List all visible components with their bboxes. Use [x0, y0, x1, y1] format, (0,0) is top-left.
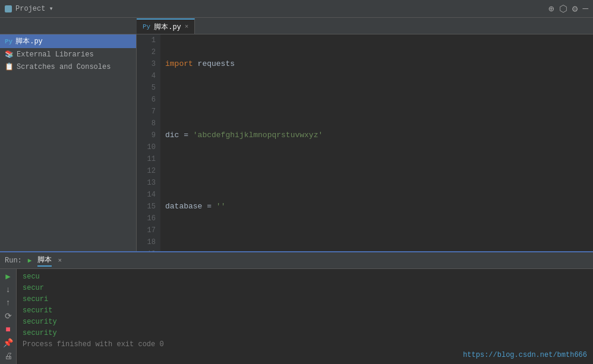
- line-numbers: 12345 678910 1112131415 16171819: [137, 34, 160, 251]
- scratches-icon: 📋: [5, 62, 14, 71]
- pin-button[interactable]: 📌: [2, 338, 14, 348]
- scroll-down-button[interactable]: ↓: [2, 285, 14, 295]
- sidebar-item-scratches-label: Scratches and Consoles: [17, 63, 111, 71]
- code-line-3: dic = 'abcdefghijklmnopqrstuvwxyz': [165, 129, 588, 141]
- bottom-panel: Run: ▶ 脚本 × ▶ ↓ ↑ ⟳ ■ 📌 🖨 ✕ secu secur s…: [0, 251, 593, 364]
- console-line-5: security: [23, 316, 587, 328]
- bottom-content: ▶ ↓ ↑ ⟳ ■ 📌 🖨 ✕ secu secur securi securi…: [0, 269, 593, 364]
- code-line-2: [165, 94, 588, 106]
- code-line-4: [165, 165, 588, 177]
- project-dropdown-icon[interactable]: ▾: [49, 4, 53, 13]
- bottom-tab-script[interactable]: 脚本: [37, 255, 52, 267]
- process-finished-line: Process finished with exit code 0: [23, 339, 587, 350]
- console-line-6: security: [23, 328, 587, 339]
- sidebar-item-libraries[interactable]: 📚 External Libraries: [0, 48, 136, 61]
- console-line-4: securit: [23, 305, 587, 316]
- console-output: secu secur securi securit security secur…: [17, 269, 593, 353]
- sidebar-item-script[interactable]: Py 脚本.py: [0, 34, 136, 48]
- code-scroll[interactable]: 12345 678910 1112131415 16171819 import …: [137, 34, 593, 251]
- bottom-tab-bar: Run: ▶ 脚本 ×: [0, 252, 593, 269]
- code-line-6: [165, 236, 588, 248]
- code-line-1: import requests: [165, 58, 588, 70]
- sidebar-item-script-label: 脚本.py: [15, 36, 43, 46]
- sidebar-item-libraries-label: External Libraries: [17, 50, 94, 59]
- bottom-sidebar: ▶ ↓ ↑ ⟳ ■ 📌 🖨 ✕: [0, 269, 17, 364]
- minimize-button[interactable]: —: [582, 4, 588, 14]
- scroll-up-button[interactable]: ↑: [2, 298, 14, 308]
- code-line-5: database = '': [165, 201, 588, 213]
- console-line-1: secu: [23, 271, 587, 283]
- sidebar: Py 脚本.py 📚 External Libraries 📋 Scratche…: [0, 34, 137, 251]
- console-line-3: securi: [23, 294, 587, 305]
- run-button[interactable]: ▶: [2, 271, 14, 281]
- bottom-tab-script-label: 脚本: [37, 255, 52, 265]
- python-file-icon: Py: [5, 38, 12, 45]
- rerun-button[interactable]: ⟳: [2, 311, 14, 321]
- py-file-icon: Py: [143, 23, 150, 30]
- console-line-2: secur: [23, 283, 587, 294]
- library-icon: 📚: [5, 50, 14, 59]
- tab-label: 脚本.py: [154, 22, 181, 32]
- watermark: https://blog.csdn.net/bmth666: [463, 351, 587, 359]
- sync-button[interactable]: ⬡: [559, 3, 567, 15]
- settings-button[interactable]: ⚙: [572, 3, 578, 15]
- sidebar-item-scratches[interactable]: 📋 Scratches and Consoles: [0, 61, 136, 73]
- project-icon: [5, 5, 12, 12]
- code-editor: 12345 678910 1112131415 16171819 import …: [137, 34, 593, 251]
- main-content: Py 脚本.py 📚 External Libraries 📋 Scratche…: [0, 34, 593, 251]
- stop-button[interactable]: ■: [2, 325, 14, 334]
- run-icon: ▶: [28, 257, 32, 264]
- console-wrapper: secu secur securi securit security secur…: [17, 269, 593, 364]
- top-bar-actions: ⊕ ⬡ ⚙ —: [548, 3, 588, 15]
- bottom-tab-close[interactable]: ×: [58, 257, 62, 264]
- print-button[interactable]: 🖨: [2, 352, 14, 361]
- tab-script[interactable]: Py 脚本.py ×: [137, 18, 195, 34]
- project-label-group: Project ▾: [5, 4, 53, 13]
- tab-close-button[interactable]: ×: [185, 23, 189, 30]
- top-bar: Project ▾ ⊕ ⬡ ⚙ —: [0, 0, 593, 18]
- project-label[interactable]: Project: [15, 5, 45, 13]
- code-content[interactable]: import requests dic = 'abcdefghijklmnopq…: [160, 34, 593, 251]
- add-module-button[interactable]: ⊕: [548, 3, 554, 15]
- tab-bar: Py 脚本.py ×: [0, 18, 593, 34]
- run-tab-run-label: Run:: [5, 257, 22, 265]
